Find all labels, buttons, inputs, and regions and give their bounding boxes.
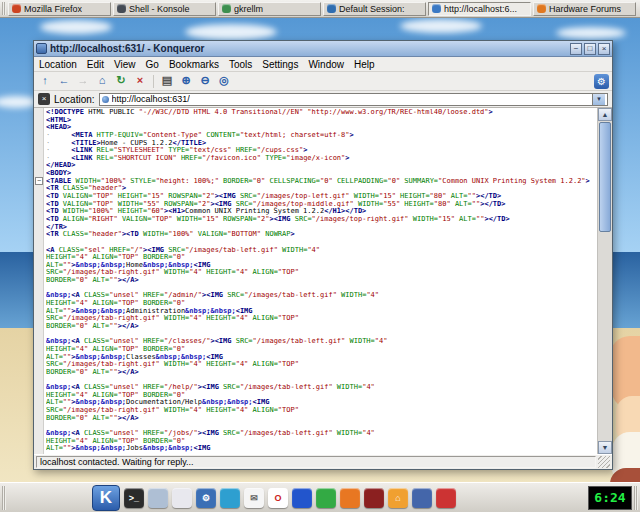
menu-bookmarks[interactable]: Bookmarks [169,59,219,70]
code-line: <TD ALIGN="RIGHT" VALIGN="TOP" WIDTH="15… [46,216,597,224]
scrollbar-track[interactable] [598,121,612,441]
task-label: gkrellm [234,4,263,14]
resize-grip[interactable] [598,456,610,468]
scroll-up-icon[interactable]: ▲ [598,108,612,121]
launcher-ball-blue-icon [292,488,312,508]
task-button-hardware-forums[interactable]: Hardware Forums [533,2,636,16]
launcher-kwrite-icon [148,488,168,508]
clear-location-icon[interactable]: × [38,93,50,105]
task-label: Default Session: [339,4,405,14]
source-code[interactable]: <!DOCTYPE HTML PUBLIC "-//W3C//DTD HTML … [44,108,597,454]
task-button-mozilla-firefox[interactable]: Mozilla Firefox [8,2,111,16]
code-line: <TABLE WIDTH="100%" STYLE="height: 100%;… [46,178,597,186]
location-dropdown-arrow-icon[interactable]: ▼ [592,93,605,106]
launcher-home-icon: ⌂ [388,488,408,508]
find-icon[interactable]: ◎ [216,73,232,89]
code-line [46,239,597,247]
task-label: Mozilla Firefox [24,4,82,14]
window-titlebar[interactable]: http://localhost:631/ - Konqueror −□× [34,41,612,57]
toolbar-buttons: ↑←→⌂↻×▤⊕⊖◎ [37,73,232,89]
top-panel-tasks: Mozilla FirefoxShell - KonsolegkrellmDef… [8,2,638,16]
panel-clock[interactable]: 6:24 [588,486,632,510]
code-line: HEIGHT="4" ALIGN="TOP" BORDER="0" [46,392,597,400]
code-line: SRC="/images/tab-right.gif" WIDTH="4" HE… [46,269,597,277]
k-menu-button[interactable]: K [92,485,120,511]
code-line: BORDER="0" ALT=""></A> [46,415,597,423]
menu-help[interactable]: Help [354,59,375,70]
menu-go[interactable]: Go [146,59,159,70]
source-view: − <!DOCTYPE HTML PUBLIC "-//W3C//DTD HTM… [34,108,612,454]
menu-tools[interactable]: Tools [229,59,252,70]
close-button[interactable]: × [598,43,610,55]
window-icon [36,43,47,54]
task-label: http://localhost:6... [444,4,517,14]
code-line: ALT="">&nbsp;&nbsp;Jobs&nbsp;&nbsp;<IMG [46,445,597,453]
launcher-globe[interactable] [218,485,242,511]
stop-icon[interactable]: × [132,73,148,89]
hardware-forums-icon [537,4,546,13]
localhost-konqueror-icon [432,4,441,13]
task-button-gkrellm[interactable]: gkrellm [218,2,321,16]
forward-icon[interactable]: → [75,73,91,89]
code-line: <TD VALIGN="TOP" WIDTH="55" ROWSPAN="2">… [46,201,597,209]
panel-handle[interactable] [2,2,6,15]
launcher-package[interactable] [410,485,434,511]
menu-location[interactable]: Location [39,59,77,70]
menu-edit[interactable]: Edit [87,59,104,70]
launcher-kmail[interactable]: ✉ [242,485,266,511]
menu-settings[interactable]: Settings [262,59,298,70]
up-icon[interactable]: ↑ [37,73,53,89]
launcher-kpackage[interactable] [434,485,458,511]
launcher-file-manager[interactable] [170,485,194,511]
scrollbar-thumb[interactable] [599,122,611,232]
launcher-kmail-icon: ✉ [244,488,264,508]
panel-handle[interactable] [634,486,638,510]
location-value: http://localhost:631/ [112,94,190,104]
task-button-localhost-konqueror[interactable]: http://localhost:6... [428,2,531,16]
code-line: </TR> [46,224,597,232]
print-icon[interactable]: ▤ [159,73,175,89]
menu-view[interactable]: View [114,59,136,70]
code-line: SRC="/images/tab-right.gif" WIDTH="4" HE… [46,361,597,369]
desktop: Mozilla FirefoxShell - KonsolegkrellmDef… [0,0,640,512]
scroll-down-icon[interactable]: ▼ [598,441,612,454]
zoom-in-icon[interactable]: ⊕ [178,73,194,89]
task-button-default-session[interactable]: Default Session: [323,2,426,16]
kde-gear-icon: ⚙ [594,74,609,89]
launcher-gkrellm-icon [316,488,336,508]
menu-bar: LocationEditViewGoBookmarksToolsSettings… [34,57,612,72]
location-label: Location: [54,94,95,105]
launcher-konsole[interactable]: >_ [122,485,146,511]
panel-handle[interactable] [2,486,6,510]
launcher-gkrellm[interactable] [314,485,338,511]
menu-window[interactable]: Window [308,59,344,70]
zoom-out-icon[interactable]: ⊖ [197,73,213,89]
vertical-scrollbar[interactable]: ▲ ▼ [597,108,612,454]
maximize-button[interactable]: □ [584,43,596,55]
back-icon[interactable]: ← [56,73,72,89]
code-line: <TR CLASS="header"><TD WIDTH="100%" VALI… [46,231,597,239]
fold-marker[interactable]: − [35,177,43,185]
launcher-kwrite[interactable] [146,485,170,511]
home-icon[interactable]: ⌂ [94,73,110,89]
location-input[interactable]: http://localhost:631/ ▼ [99,93,608,106]
top-taskbar-panel: Mozilla FirefoxShell - KonsolegkrellmDef… [0,0,640,18]
code-line: &nbsp;<A CLASS="unsel" HREF="/classes/">… [46,338,597,346]
launcher-opera-icon: O [268,488,288,508]
status-text: localhost contacted. Waiting for reply..… [36,456,596,468]
launcher-home[interactable]: ⌂ [386,485,410,511]
bottom-panel: K >_⚙✉O⌂ 6:24 [0,482,640,512]
launcher-firefox[interactable] [338,485,362,511]
cloud [40,20,112,34]
minimize-button[interactable]: − [570,43,582,55]
cloud [556,27,626,39]
launcher-ball-blue[interactable] [290,485,314,511]
launcher-konqueror[interactable]: ⚙ [194,485,218,511]
code-line: SRC="/images/tab-right.gif" WIDTH="4" HE… [46,315,597,323]
code-line: <BODY> [46,170,597,178]
launcher-opera[interactable]: O [266,485,290,511]
code-line: &nbsp;<A CLASS="unsel" HREF="/jobs/"><IM… [46,430,597,438]
launcher-thunderbird[interactable] [362,485,386,511]
reload-icon[interactable]: ↻ [113,73,129,89]
task-button-shell-konsole[interactable]: Shell - Konsole [113,2,216,16]
